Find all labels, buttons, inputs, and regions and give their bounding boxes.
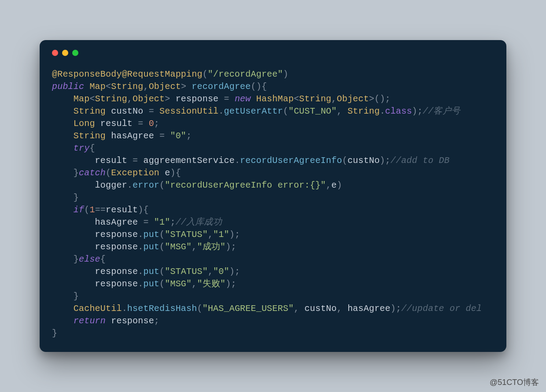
code-token: "1"	[154, 217, 170, 227]
code-token: hasAgree	[106, 131, 159, 141]
code-token: "失败"	[197, 279, 225, 289]
code-token: String	[347, 106, 380, 116]
code-token: public	[52, 81, 84, 92]
code-token	[52, 205, 74, 215]
code-token: put	[143, 266, 159, 277]
code-token: "1"	[213, 229, 229, 240]
code-token: }	[74, 291, 79, 301]
code-token: );	[412, 106, 423, 116]
zoom-icon[interactable]	[72, 50, 78, 56]
code-token: ){	[170, 168, 181, 178]
code-token: );	[225, 242, 236, 252]
window-titlebar	[52, 50, 494, 56]
code-token: try	[74, 143, 90, 153]
code-token: );	[225, 279, 236, 289]
code-token: >	[165, 94, 175, 104]
code-token	[251, 94, 256, 104]
code-token: SessionUtil	[159, 106, 218, 116]
code-token: response	[176, 94, 224, 104]
code-token: >	[181, 81, 192, 92]
code-token: ,	[294, 303, 304, 314]
code-token: .	[138, 266, 143, 277]
code-token: "0"	[170, 131, 186, 141]
code-block: @ResponseBody@RequestMapping("/recordAgr…	[52, 68, 494, 340]
code-token: (	[159, 266, 165, 277]
code-token: response	[52, 242, 138, 252]
code-token: ,	[143, 81, 148, 92]
code-token: (	[342, 155, 347, 166]
code-token: ,	[208, 266, 213, 277]
code-token: .	[138, 229, 143, 240]
code-token: custNo	[106, 106, 149, 116]
code-token: Object	[337, 94, 369, 104]
code-token: }	[52, 328, 57, 338]
code-token: Exception	[111, 168, 159, 178]
code-token: hasAgree	[347, 303, 391, 314]
code-token: ;	[154, 118, 159, 129]
code-token: ==	[95, 205, 106, 215]
code-token: Object	[149, 81, 181, 92]
code-token: );	[380, 155, 390, 166]
code-token: )	[337, 180, 342, 190]
code-token: if	[74, 205, 84, 215]
close-icon[interactable]	[52, 50, 58, 56]
code-token: String	[299, 94, 331, 104]
code-token: ,	[337, 106, 347, 116]
code-token: "recordUserAgreeInfo error:{}"	[165, 180, 326, 190]
code-token: (	[159, 229, 165, 240]
code-token: logger	[52, 180, 127, 190]
code-token: (	[203, 69, 208, 79]
code-token: {	[89, 143, 95, 153]
code-token: (	[106, 168, 111, 178]
code-token: 1	[89, 205, 95, 215]
code-token: =	[133, 155, 143, 166]
code-token: {	[100, 254, 106, 264]
code-token: .	[138, 279, 143, 289]
code-token: <	[106, 81, 111, 92]
code-token: Map	[89, 81, 106, 92]
code-token: Map	[74, 94, 90, 104]
code-token: "MSG"	[165, 242, 192, 252]
code-token: ,	[192, 242, 197, 252]
code-token: return	[74, 316, 106, 326]
code-token: response	[52, 266, 138, 277]
code-token: String	[74, 106, 106, 116]
code-token: "/recordAgree"	[208, 69, 283, 79]
code-token: >();	[369, 94, 391, 104]
code-token	[52, 94, 74, 104]
code-token: Object	[133, 94, 165, 104]
code-token: e	[332, 180, 337, 190]
code-token: (	[84, 205, 89, 215]
code-token: ;	[154, 316, 159, 326]
code-token: .	[218, 106, 224, 116]
code-token: "0"	[213, 266, 229, 277]
code-token: put	[143, 229, 159, 240]
code-token: catch	[79, 168, 106, 178]
code-token: else	[79, 254, 100, 264]
code-token: hasAgree	[52, 217, 143, 227]
code-token: CacheUtil	[74, 303, 122, 314]
code-token: }	[74, 168, 79, 178]
code-token: ,	[192, 279, 197, 289]
code-token	[52, 143, 74, 153]
code-token: ,	[332, 94, 337, 104]
code-token: )	[283, 69, 288, 79]
code-token: new	[235, 94, 251, 104]
code-token: "STATUS"	[165, 266, 208, 277]
code-token: .	[138, 242, 143, 252]
code-token: =	[149, 106, 159, 116]
code-token: recordUserAgreeInfo	[240, 155, 342, 166]
code-token: =	[159, 131, 170, 141]
code-token: recordAgree	[192, 81, 251, 92]
code-token: class	[385, 106, 412, 116]
code-token: ,	[326, 180, 331, 190]
code-token: HashMap	[256, 94, 294, 104]
code-token: e	[159, 168, 170, 178]
code-token: .	[122, 303, 127, 314]
code-token	[52, 168, 74, 178]
code-token: hsetRedisHash	[127, 303, 197, 314]
code-token: put	[143, 279, 159, 289]
minimize-icon[interactable]	[62, 50, 68, 56]
code-token: put	[143, 242, 159, 252]
code-token: ;	[170, 217, 175, 227]
